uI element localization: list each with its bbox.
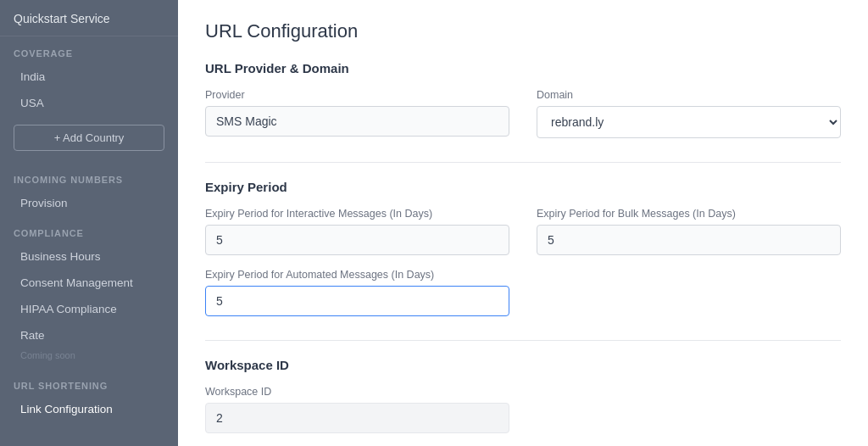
expiry-automated-input[interactable] — [205, 286, 509, 316]
workspace-title: Workspace ID — [205, 358, 841, 372]
sidebar-item-hipaa-compliance[interactable]: HIPAA Compliance — [0, 296, 178, 322]
expiry-interactive-group: Expiry Period for Interactive Messages (… — [205, 208, 509, 255]
sidebar-item-usa[interactable]: USA — [0, 90, 178, 116]
domain-label: Domain — [537, 89, 841, 101]
divider-1 — [205, 162, 841, 163]
workspace-id-label: Workspace ID — [205, 386, 509, 398]
add-country-container: + Add Country — [14, 125, 164, 151]
expiry-bulk-group: Expiry Period for Bulk Messages (In Days… — [537, 208, 841, 255]
url-provider-section: URL Provider & Domain Provider Domain re… — [205, 61, 841, 138]
sidebar-section-incoming-numbers: INCOMING NUMBERS — [0, 163, 178, 190]
expiry-interactive-label: Expiry Period for Interactive Messages (… — [205, 208, 509, 220]
page-title: URL Configuration — [205, 20, 841, 42]
sidebar-section-coverage: COVERAGE — [0, 36, 178, 64]
divider-2 — [205, 340, 841, 341]
main-content: URL Configuration URL Provider & Domain … — [178, 0, 868, 446]
sidebar-item-link-configuration[interactable]: Link Configuration — [0, 396, 178, 422]
sidebar: Quickstart Service COVERAGE India USA + … — [0, 0, 178, 446]
sidebar-item-consent-management[interactable]: Consent Management — [0, 270, 178, 296]
provider-domain-row: Provider Domain rebrand.ly — [205, 89, 841, 138]
add-country-button[interactable]: + Add Country — [14, 125, 164, 151]
sidebar-item-business-hours[interactable]: Business Hours — [0, 243, 178, 270]
domain-select[interactable]: rebrand.ly — [537, 106, 841, 138]
expiry-period-title: Expiry Period — [205, 180, 841, 194]
sidebar-item-india[interactable]: India — [0, 64, 178, 90]
expiry-row-2: Expiry Period for Automated Messages (In… — [205, 269, 841, 316]
expiry-automated-group: Expiry Period for Automated Messages (In… — [205, 269, 509, 316]
sidebar-section-url-shortening: URL SHORTENING — [0, 369, 178, 396]
expiry-automated-label: Expiry Period for Automated Messages (In… — [205, 269, 509, 281]
sidebar-item-rate[interactable]: Rate — [0, 322, 178, 348]
provider-input[interactable] — [205, 106, 509, 137]
expiry-period-section: Expiry Period Expiry Period for Interact… — [205, 180, 841, 316]
expiry-bulk-input[interactable] — [537, 225, 841, 255]
expiry-bulk-label: Expiry Period for Bulk Messages (In Days… — [537, 208, 841, 220]
expiry-interactive-input[interactable] — [205, 225, 509, 255]
url-provider-title: URL Provider & Domain — [205, 61, 841, 75]
workspace-id-input[interactable] — [205, 403, 509, 433]
provider-group: Provider — [205, 89, 509, 138]
workspace-row: Workspace ID — [205, 386, 841, 433]
expiry-row-1: Expiry Period for Interactive Messages (… — [205, 208, 841, 255]
sidebar-section-compliance: COMPLIANCE — [0, 216, 178, 243]
sidebar-item-provision[interactable]: Provision — [0, 190, 178, 216]
sidebar-quickstart[interactable]: Quickstart Service — [0, 0, 178, 36]
workspace-id-group: Workspace ID — [205, 386, 509, 433]
provider-label: Provider — [205, 89, 509, 101]
domain-group: Domain rebrand.ly — [537, 89, 841, 138]
rate-coming-soon: Coming soon — [0, 348, 178, 369]
workspace-section: Workspace ID Workspace ID — [205, 358, 841, 433]
